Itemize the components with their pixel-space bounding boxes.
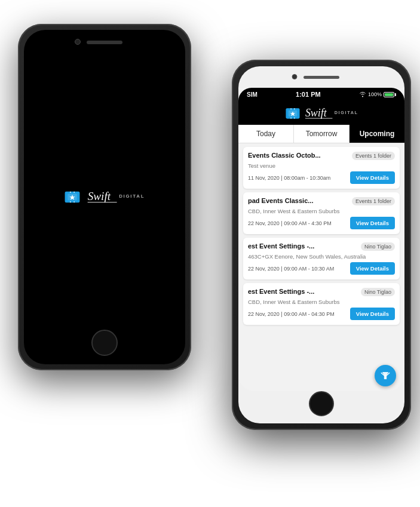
app-header: Swift DIGITAL	[238, 101, 404, 125]
event-title-4: est Event Settings -...	[248, 288, 357, 295]
brand-logo-left: Swift DIGITAL	[85, 189, 145, 205]
speaker-right	[303, 76, 339, 79]
battery-pct: 100%	[368, 91, 382, 97]
event-card-3: est Event Settings -... Nino Tiglao 463C…	[243, 238, 400, 279]
filter-icon	[380, 370, 391, 381]
event-title-1: Events Classic Octob...	[248, 152, 348, 159]
event-card-2: pad Events Classic... Events 1 folder CB…	[243, 192, 400, 234]
view-details-btn-1[interactable]: View Details	[350, 171, 395, 184]
camera-right	[292, 74, 298, 79]
brand-logo-right: Swift DIGITAL	[304, 106, 358, 121]
svg-text:DIGITAL: DIGITAL	[119, 193, 145, 199]
phone-right-screen: SIM 1:01 PM 100%	[238, 66, 404, 423]
event-title-3: est Event Settings -...	[248, 242, 357, 250]
ticket-icon-right	[285, 106, 301, 121]
phone-right: SIM 1:01 PM 100%	[232, 60, 411, 430]
view-details-btn-2[interactable]: View Details	[350, 217, 395, 229]
svg-text:Swift: Swift	[305, 107, 327, 119]
battery-icon	[384, 92, 396, 97]
carrier-label: SIM	[247, 91, 257, 98]
event-venue-1: Test venue	[248, 162, 395, 169]
splash-logo: Swift DIGITAL	[64, 189, 145, 205]
time-label: 1:01 PM	[296, 91, 321, 98]
event-tag-3: Nino Tiglao	[361, 242, 395, 251]
view-details-btn-4[interactable]: View Details	[350, 308, 395, 320]
event-card-1: Events Classic Octob... Events 1 folder …	[243, 147, 400, 189]
speaker-left	[87, 41, 122, 44]
event-card-4: est Event Settings -... Nino Tiglao CBD,…	[243, 283, 400, 325]
home-button-right[interactable]	[309, 391, 334, 416]
home-button-left[interactable]	[91, 330, 118, 356]
event-date-4: 22 Nov, 2020 | 09:00 AM - 04:30 PM	[248, 311, 335, 317]
event-tag-1: Events 1 folder	[352, 152, 395, 160]
event-date-1: 11 Nov, 2020 | 08:00am - 10:30am	[248, 175, 330, 181]
event-venue-4: CBD, Inner West & Eastern Suburbs	[248, 299, 395, 305]
event-venue-2: CBD, Inner West & Eastern Suburbs	[248, 208, 395, 214]
filter-fab[interactable]	[375, 365, 396, 386]
status-bar: SIM 1:01 PM 100%	[238, 88, 404, 101]
tab-tomorrow[interactable]: Tomorrow	[294, 125, 350, 143]
phone-left-screen: Swift DIGITAL	[24, 30, 185, 364]
events-list: Events Classic Octob... Events 1 folder …	[238, 143, 404, 391]
svg-text:DIGITAL: DIGITAL	[335, 110, 358, 115]
phone-left: Swift DIGITAL	[18, 24, 191, 370]
view-details-btn-3[interactable]: View Details	[350, 262, 395, 275]
wifi-icon	[359, 91, 366, 97]
tab-bar: Today Tomorrow Upcoming	[238, 125, 404, 143]
svg-text:Swift: Swift	[88, 190, 111, 202]
battery-area: 100%	[359, 91, 396, 97]
event-title-2: pad Events Classic...	[248, 197, 348, 204]
event-date-3: 22 Nov, 2020 | 09:00 AM - 10:30 AM	[248, 266, 334, 272]
tab-upcoming[interactable]: Upcoming	[350, 125, 404, 143]
ticket-icon-left	[64, 189, 81, 205]
svg-marker-14	[382, 372, 389, 379]
screen-content: SIM 1:01 PM 100%	[238, 88, 404, 391]
event-date-2: 22 Nov, 2020 | 09:00 AM - 4:30 PM	[248, 220, 332, 226]
event-tag-4: Nino Tiglao	[361, 288, 395, 296]
camera-left	[75, 39, 81, 45]
event-tag-2: Events 1 folder	[352, 197, 395, 205]
event-venue-3: 463C+GX Eenore, New South Wales, Austral…	[248, 253, 395, 260]
tab-today[interactable]: Today	[238, 125, 294, 143]
